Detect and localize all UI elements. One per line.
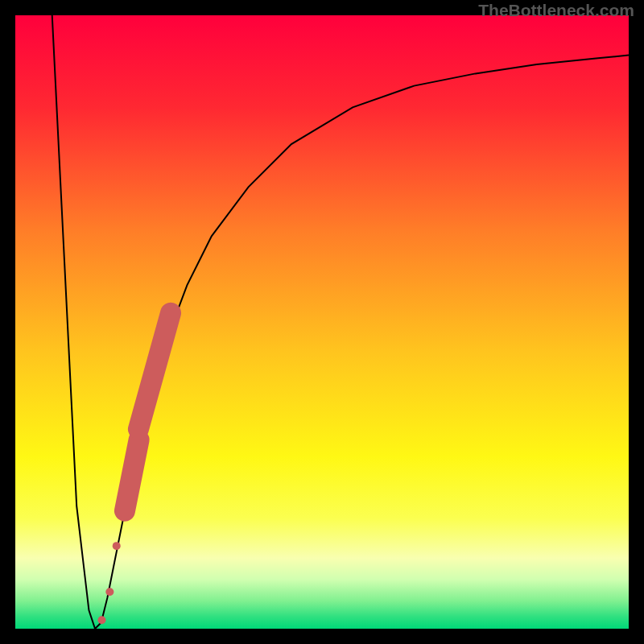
- watermark-text: TheBottleneck.com: [478, 1, 634, 20]
- marker-capsule: [125, 440, 139, 510]
- marker-dot: [97, 616, 105, 624]
- plot-area: [15, 15, 629, 629]
- marker-dot: [105, 588, 114, 596]
- chart-svg: [15, 15, 629, 629]
- marker-dot: [113, 542, 121, 550]
- chart-container: TheBottleneck.com: [0, 0, 644, 644]
- gradient-background: [15, 15, 629, 629]
